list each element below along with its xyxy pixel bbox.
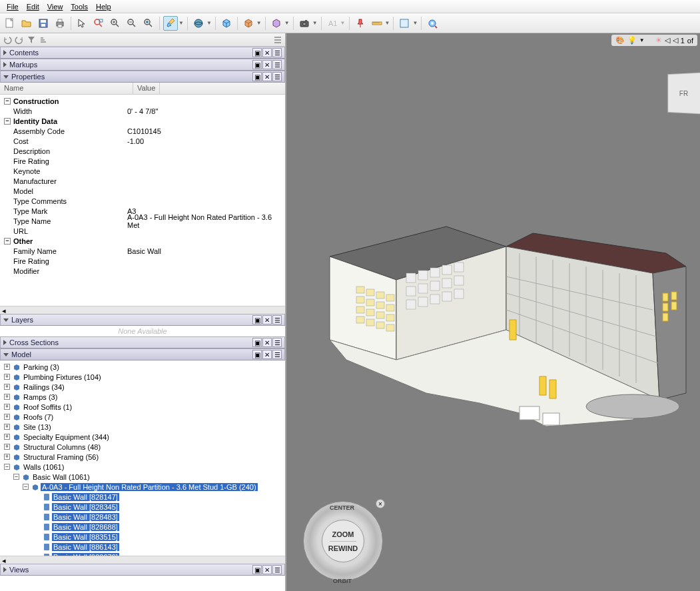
package-dropdown[interactable]: ▼ [256,20,262,26]
panel-pin-icon[interactable]: ▣ [252,565,262,574]
zoom-window-button[interactable] [91,16,106,31]
view-mode-button[interactable] [397,16,412,31]
tree-expand[interactable]: + [4,444,10,450]
palette-icon[interactable]: 🎨 [615,36,625,45]
expand-toggle[interactable]: − [4,98,11,105]
tree-item[interactable]: Structural Framing (56) [22,453,100,461]
viewcube[interactable]: FR [667,73,700,115]
camera-dropdown[interactable]: ▼ [312,20,318,26]
redo-icon[interactable] [15,35,24,45]
package-button[interactable] [241,16,256,31]
settings-button[interactable] [425,16,440,31]
measure-dropdown[interactable]: ▼ [385,20,390,26]
tree-item[interactable]: Railings (34) [22,383,66,391]
tree-item[interactable]: Roofs (7) [22,413,55,421]
text-button[interactable]: A1 [325,16,340,31]
open-button[interactable] [19,16,34,31]
panel-model[interactable]: Model ▣✕☰ [0,348,285,360]
panel-close-icon[interactable]: ✕ [262,338,272,347]
undo-icon[interactable] [3,35,12,45]
panel-views[interactable]: Views ▣✕☰ [0,564,285,576]
navigation-wheel[interactable]: CENTER ORBIT ZOOM REWIND × [300,498,386,584]
camera-button[interactable] [297,16,312,31]
tree-expand[interactable]: + [4,454,10,460]
filter-icon[interactable] [27,35,36,45]
tree-expand[interactable]: + [4,374,10,380]
tree-expand[interactable]: − [23,484,29,490]
globe-dropdown[interactable]: ▼ [206,20,212,26]
tree-item[interactable]: Parking (3) [22,363,61,371]
panel-menu-icon[interactable]: ☰ [272,60,282,69]
menu-tools[interactable]: Tools [67,1,92,12]
panel-markups[interactable]: Markups ▣✕☰ [0,59,285,71]
navwheel-rewind[interactable]: REWIND [328,544,358,552]
navwheel-zoom[interactable]: ZOOM [332,530,354,538]
scrollbar[interactable]: ◂ [0,306,285,314]
view-mode-dropdown[interactable]: ▼ [412,20,418,26]
tree-item[interactable]: Walls (1061) [22,463,65,471]
text-dropdown[interactable]: ▼ [340,20,346,26]
model-tree[interactable]: +Parking (3) +Plumbing Fixtures (104) +R… [0,360,285,556]
tree-item-selected[interactable]: Basic Wall [883515] [52,533,119,541]
panel-pin-icon[interactable]: ▣ [252,315,262,324]
tree-expand[interactable]: + [4,364,10,370]
tree-item-selected[interactable]: Basic Wall [886143] [52,543,119,551]
globe-button[interactable] [191,16,206,31]
tree-expand[interactable]: + [4,434,10,440]
menu-file[interactable]: File [3,1,23,12]
tree-expand[interactable]: − [13,474,19,480]
panel-menu-icon[interactable]: ☰ [272,565,282,574]
tree-item[interactable]: Plumbing Fixtures (104) [22,373,103,381]
zoom-extents-button[interactable] [141,16,156,31]
tree-item[interactable]: Basic Wall (1061) [31,473,91,481]
panel-close-icon[interactable]: ✕ [262,315,272,324]
panel-close-icon[interactable]: ✕ [262,72,272,81]
panel-close-icon[interactable]: ✕ [262,48,272,57]
menu-help[interactable]: Help [92,1,115,12]
menu-edit[interactable]: Edit [23,1,43,12]
panel-close-icon[interactable]: ✕ [262,350,272,359]
panel-menu-icon[interactable]: ☰ [272,338,282,347]
sort-icon[interactable] [39,35,48,45]
tree-item-selected[interactable]: Basic Wall [828688] [52,523,119,531]
navwheel-close[interactable]: × [376,499,385,508]
panel-properties[interactable]: Properties ▣✕☰ [0,71,285,83]
highlight-button[interactable] [163,16,178,31]
component-dropdown[interactable]: ▼ [284,20,290,26]
tree-item[interactable]: Structural Columns (48) [22,443,102,451]
component-button[interactable] [269,16,284,31]
tree-expand[interactable]: + [4,424,10,430]
save-button[interactable] [36,16,51,31]
panel-pin-icon[interactable]: ▣ [252,350,262,359]
panel-pin-icon[interactable]: ▣ [252,72,262,81]
tree-item-selected[interactable]: Basic Wall [828345] [52,503,119,511]
highlight-dropdown[interactable]: ▼ [178,20,184,26]
prev-page2[interactable]: ◁ [673,36,678,45]
panel-close-icon[interactable]: ✕ [262,60,272,69]
panel-pin-icon[interactable]: ▣ [252,338,262,347]
bulb-dropdown[interactable]: ▼ [639,37,645,43]
expand-toggle[interactable]: − [4,118,11,125]
menu-view[interactable]: View [43,1,67,12]
measure-button[interactable] [370,16,384,31]
tree-item[interactable]: Specialty Equipment (344) [22,433,111,441]
zoom-out-button[interactable] [125,16,139,31]
panel-crosssections[interactable]: Cross Sections ▣✕☰ [0,336,285,348]
prev-page[interactable]: ◁ [665,36,670,45]
panel-close-icon[interactable]: ✕ [262,565,272,574]
zoom-in-button[interactable] [108,16,123,31]
col-name[interactable]: Name [0,83,133,94]
sun-icon[interactable]: ☀ [655,36,662,45]
panel-pin-icon[interactable]: ▣ [252,60,262,69]
panel-layers[interactable]: Layers ▣✕☰ [0,314,285,326]
panel-menu-icon[interactable]: ☰ [272,72,282,81]
col-value[interactable]: Value [133,83,160,94]
menu-icon[interactable] [273,35,282,45]
pointer-button[interactable] [75,16,89,31]
scrollbar[interactable]: ◂ [0,556,285,564]
tree-expand[interactable]: − [4,464,10,470]
panel-menu-icon[interactable]: ☰ [272,350,282,359]
tree-item-selected[interactable]: A-0A3 - Full Height Non Rated Partition … [41,483,258,491]
tree-item-selected[interactable]: Basic Wall [828483] [52,513,119,521]
expand-toggle[interactable]: − [4,238,11,245]
